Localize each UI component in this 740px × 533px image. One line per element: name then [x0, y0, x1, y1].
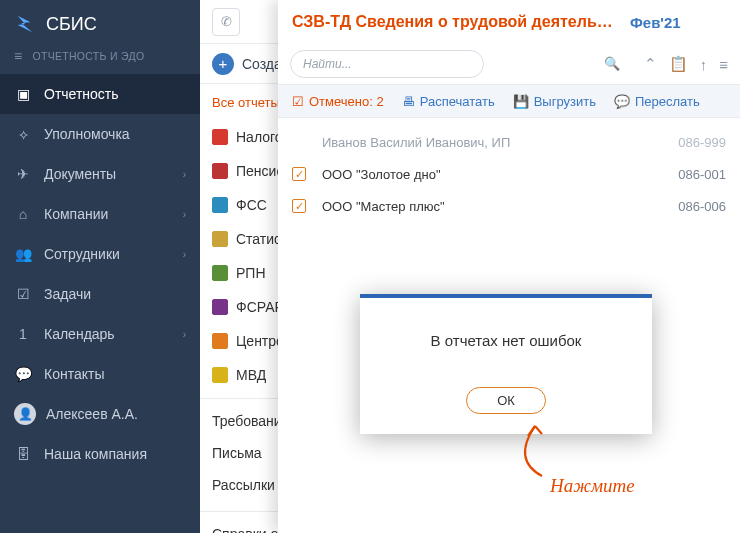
create-button[interactable]: +: [212, 53, 234, 75]
row-code: 086-999: [678, 135, 726, 150]
table-row[interactable]: ✓ ООО "Мастер плюс" 086-006: [278, 190, 740, 222]
phone-button[interactable]: ✆: [212, 8, 240, 36]
app-name: СБИС: [46, 14, 97, 35]
nav-item-contacts[interactable]: 💬Контакты: [0, 354, 200, 394]
nav-label: Отчетность: [44, 86, 119, 102]
forward-action[interactable]: 💬Переслать: [614, 94, 700, 109]
send-icon: ✈: [14, 165, 32, 183]
nav-item-docs[interactable]: ✈Документы›: [0, 154, 200, 194]
avatar: 👤: [14, 403, 36, 425]
selected-label: Отмечено: 2: [309, 94, 384, 109]
category-label: ФСРАР: [236, 299, 284, 315]
detail-panel: СЗВ-ТД Сведения о трудовой деятельно... …: [278, 0, 740, 533]
calendar-badge: 1: [19, 326, 27, 342]
export-action[interactable]: 💾Выгрузить: [513, 94, 596, 109]
nav-item-companies[interactable]: ⌂Компании›: [0, 194, 200, 234]
menu-icon[interactable]: ≡: [719, 56, 728, 73]
checkbox[interactable]: ✓: [292, 199, 306, 213]
logo-icon: [14, 13, 36, 35]
nav-item-company[interactable]: 🗄Наша компания: [0, 434, 200, 474]
app-subtitle: ОТЧЕТНОСТЬ И ЭДО: [32, 50, 144, 62]
check-icon: ☑: [292, 94, 304, 109]
row-name: ООО "Мастер плюс": [322, 199, 445, 214]
nav-item-user[interactable]: 👤Алексеев А.А.: [0, 394, 200, 434]
action-label: Распечатать: [420, 94, 495, 109]
modal-body: В отчетах нет ошибок ОК: [360, 298, 652, 434]
category-label: МВД: [236, 367, 266, 383]
logo-row: СБИС: [0, 0, 200, 48]
nav-label: Задачи: [44, 286, 91, 302]
agency-icon: [212, 299, 228, 315]
category-label: ФСС: [236, 197, 267, 213]
expand-icon[interactable]: ⌃: [644, 55, 657, 73]
action-bar: ☑Отмечено: 2 🖶Распечатать 💾Выгрузить 💬Пе…: [278, 84, 740, 118]
item-label: Письма: [212, 445, 262, 461]
agency-icon: [212, 129, 228, 145]
agency-icon: [212, 197, 228, 213]
panel-rows: Иванов Василий Иванович, ИП 086-999 ✓ ОО…: [278, 118, 740, 222]
nav-label: Алексеев А.А.: [46, 406, 138, 422]
building-icon: ⌂: [14, 205, 32, 223]
people-icon: 👥: [14, 245, 32, 263]
table-row[interactable]: ✓ ООО "Золотое дно" 086-001: [278, 158, 740, 190]
subtitle-row: ≡ ОТЧЕТНОСТЬ И ЭДО: [0, 48, 200, 74]
clipboard-up-icon[interactable]: 📋: [669, 55, 688, 73]
nav-item-auth[interactable]: ⟡Уполномочка: [0, 114, 200, 154]
modal-dialog: В отчетах нет ошибок ОК: [360, 294, 652, 434]
row-code: 086-006: [678, 199, 726, 214]
nav-item-employees[interactable]: 👥Сотрудники›: [0, 234, 200, 274]
agency-icon: [212, 163, 228, 179]
nav-label: Документы: [44, 166, 116, 182]
report-icon: ▣: [14, 85, 32, 103]
nav-list: ▣Отчетность ⟡Уполномочка ✈Документы› ⌂Ко…: [0, 74, 200, 474]
agency-icon: [212, 231, 228, 247]
print-icon: 🖶: [402, 94, 415, 109]
agency-icon: [212, 265, 228, 281]
action-label: Выгрузить: [534, 94, 596, 109]
panel-period[interactable]: Фев'21: [630, 14, 681, 31]
row-code: 086-001: [678, 167, 726, 182]
save-icon: 💾: [513, 94, 529, 109]
panel-title: СЗВ-ТД Сведения о трудовой деятельно...: [292, 13, 622, 31]
sidebar: СБИС ≡ ОТЧЕТНОСТЬ И ЭДО ▣Отчетность ⟡Упо…: [0, 0, 200, 533]
nav-label: Компании: [44, 206, 108, 222]
hamburger-icon[interactable]: ≡: [14, 48, 22, 64]
nav-label: Наша компания: [44, 446, 147, 462]
row-name: ООО "Золотое дно": [322, 167, 441, 182]
tool-icons: ⌃ 📋 ↑ ≡: [644, 55, 728, 73]
search-input[interactable]: [290, 50, 484, 78]
calendar-icon: 1: [14, 325, 32, 343]
panel-title-row: СЗВ-ТД Сведения о трудовой деятельно... …: [278, 0, 740, 44]
nav-label: Уполномочка: [44, 126, 130, 142]
tab-all-reports[interactable]: Все отчеты: [212, 95, 280, 110]
modal-message: В отчетах нет ошибок: [370, 332, 642, 349]
search-icon[interactable]: 🔍: [604, 56, 620, 71]
action-label: Переслать: [635, 94, 700, 109]
item-label: Рассылки: [212, 477, 275, 493]
chevron-right-icon: ›: [183, 169, 186, 180]
nav-label: Календарь: [44, 326, 115, 342]
search-wrap: 🔍: [290, 50, 630, 78]
chevron-right-icon: ›: [183, 209, 186, 220]
company-icon: 🗄: [14, 445, 32, 463]
agency-icon: [212, 367, 228, 383]
agency-icon: [212, 333, 228, 349]
clipboard-icon: ☑: [14, 285, 32, 303]
nav-item-reports[interactable]: ▣Отчетность: [0, 74, 200, 114]
nav-label: Сотрудники: [44, 246, 120, 262]
chevron-right-icon: ›: [183, 329, 186, 340]
chevron-right-icon: ›: [183, 249, 186, 260]
handshake-icon: ⟡: [14, 125, 32, 143]
nav-item-calendar[interactable]: 1Календарь›: [0, 314, 200, 354]
selected-count[interactable]: ☑Отмечено: 2: [292, 94, 384, 109]
nav-label: Контакты: [44, 366, 104, 382]
upload-icon[interactable]: ↑: [700, 56, 708, 73]
nav-item-tasks[interactable]: ☑Задачи: [0, 274, 200, 314]
panel-tools: 🔍 ⌃ 📋 ↑ ≡: [278, 44, 740, 84]
forward-icon: 💬: [614, 94, 630, 109]
print-action[interactable]: 🖶Распечатать: [402, 94, 495, 109]
category-label: РПН: [236, 265, 266, 281]
checkbox[interactable]: ✓: [292, 167, 306, 181]
ok-button[interactable]: ОК: [466, 387, 546, 414]
table-row[interactable]: Иванов Василий Иванович, ИП 086-999: [278, 126, 740, 158]
